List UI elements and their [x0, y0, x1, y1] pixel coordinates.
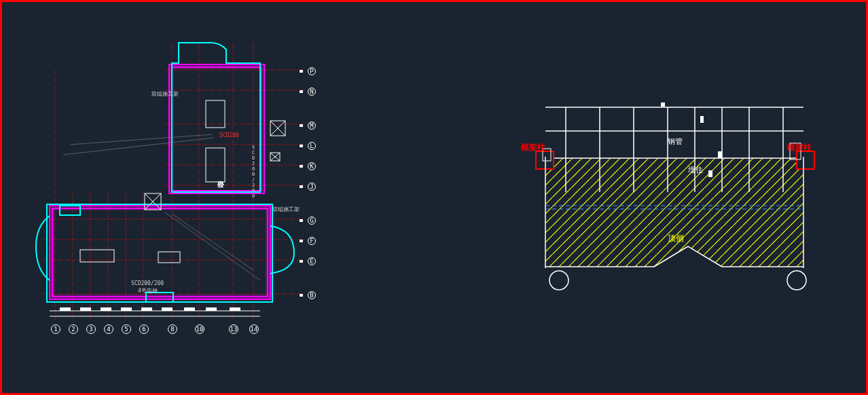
svg-rect-95 [718, 151, 722, 158]
svg-line-57 [172, 214, 253, 270]
svg-rect-94 [700, 116, 704, 123]
svg-rect-66 [184, 307, 195, 311]
annotation-elevator: 4号电梯 [138, 287, 158, 295]
svg-rect-52 [80, 250, 114, 262]
grid-bubble-2: 2 [69, 324, 78, 334]
svg-rect-72 [300, 145, 303, 147]
axis-N: N [308, 88, 316, 96]
svg-rect-70 [300, 90, 303, 93]
grid-bubble-14: 14 [249, 324, 259, 334]
grid-bubble-10: 10 [195, 324, 204, 334]
axis-L: L [308, 142, 316, 150]
svg-rect-21 [172, 67, 261, 191]
equip-label-1: SCD200/200 [131, 280, 164, 286]
equip-label-2: SCD200/200 [251, 145, 256, 199]
svg-rect-77 [300, 260, 303, 263]
grid-bubble-1: 1 [51, 324, 60, 334]
svg-rect-67 [206, 307, 217, 311]
svg-rect-38 [47, 204, 272, 302]
svg-rect-53 [158, 252, 180, 263]
svg-point-102 [787, 271, 806, 290]
svg-rect-76 [300, 240, 303, 242]
axis-M: M [308, 121, 316, 130]
axis-P: P [308, 67, 316, 75]
svg-rect-60 [60, 307, 71, 311]
label-top-side: 顶侧 [668, 233, 684, 244]
svg-rect-61 [80, 307, 91, 311]
section-detail-svg [505, 83, 844, 355]
svg-rect-73 [300, 165, 303, 168]
axis-J: J [308, 183, 316, 191]
svg-rect-75 [300, 219, 303, 222]
svg-rect-78 [300, 294, 303, 297]
svg-rect-65 [162, 307, 173, 311]
svg-rect-63 [121, 307, 132, 311]
svg-rect-74 [300, 185, 303, 188]
svg-rect-71 [300, 124, 303, 127]
svg-line-56 [165, 212, 260, 280]
grid-bubble-4: 4 [104, 324, 113, 334]
label-left-column: 框架柱 [521, 142, 545, 153]
label-embed: 埋住 [688, 165, 703, 175]
grid-bubble-6: 6 [139, 324, 149, 334]
svg-rect-68 [230, 307, 240, 311]
label-right-column: 框架柱 [787, 142, 812, 153]
cad-canvas[interactable]: 1 2 3 4 5 6 8 10 13 14 P N M L K J G F E… [2, 2, 866, 393]
svg-rect-64 [141, 307, 152, 311]
axis-K: K [308, 162, 316, 170]
annotation-scaffold-2: 双端施工架 [272, 206, 300, 213]
svg-line-54 [70, 134, 213, 145]
svg-rect-69 [300, 70, 303, 73]
red-dim-text: SCD200 [219, 132, 239, 138]
grid-bubble-8: 8 [168, 324, 177, 334]
axis-G: G [308, 217, 316, 225]
svg-rect-96 [708, 170, 712, 177]
label-pipe: 钢管 [668, 136, 683, 147]
annotation-scaffold-1: 双端施工架 [151, 90, 179, 98]
axis-F: F [308, 237, 316, 245]
axis-E: E [308, 257, 316, 265]
axis-B: B [308, 291, 316, 299]
svg-rect-93 [661, 102, 665, 107]
grid-bubble-3: 3 [86, 324, 96, 334]
svg-rect-41 [206, 100, 225, 128]
floor-plan-svg [2, 2, 437, 393]
svg-rect-98 [797, 151, 814, 169]
grid-bubble-13: 13 [229, 324, 238, 334]
svg-point-101 [549, 271, 568, 290]
svg-rect-62 [101, 307, 111, 311]
svg-rect-20 [169, 64, 264, 193]
grid-bubble-5: 5 [122, 324, 131, 334]
svg-line-55 [63, 138, 214, 155]
